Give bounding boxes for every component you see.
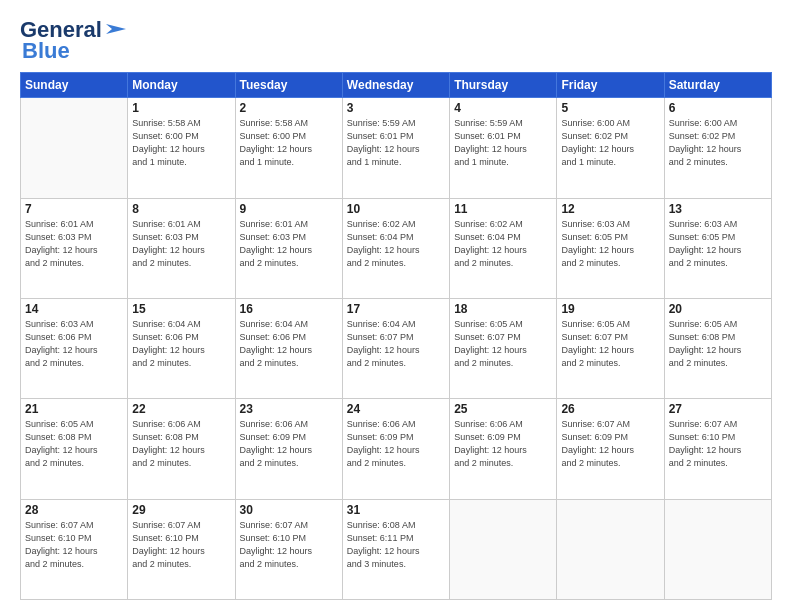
day-info: Sunrise: 6:01 AM Sunset: 6:03 PM Dayligh… [240, 218, 338, 270]
table-row: 19Sunrise: 6:05 AM Sunset: 6:07 PM Dayli… [557, 298, 664, 398]
day-info: Sunrise: 6:06 AM Sunset: 6:09 PM Dayligh… [240, 418, 338, 470]
table-row: 15Sunrise: 6:04 AM Sunset: 6:06 PM Dayli… [128, 298, 235, 398]
table-row [664, 499, 771, 599]
day-info: Sunrise: 6:04 AM Sunset: 6:06 PM Dayligh… [240, 318, 338, 370]
day-info: Sunrise: 6:00 AM Sunset: 6:02 PM Dayligh… [561, 117, 659, 169]
day-number: 10 [347, 202, 445, 216]
day-number: 4 [454, 101, 552, 115]
day-info: Sunrise: 6:04 AM Sunset: 6:07 PM Dayligh… [347, 318, 445, 370]
day-number: 21 [25, 402, 123, 416]
table-row: 1Sunrise: 5:58 AM Sunset: 6:00 PM Daylig… [128, 98, 235, 198]
day-info: Sunrise: 6:07 AM Sunset: 6:10 PM Dayligh… [669, 418, 767, 470]
table-row: 25Sunrise: 6:06 AM Sunset: 6:09 PM Dayli… [450, 399, 557, 499]
day-info: Sunrise: 6:06 AM Sunset: 6:08 PM Dayligh… [132, 418, 230, 470]
table-row: 17Sunrise: 6:04 AM Sunset: 6:07 PM Dayli… [342, 298, 449, 398]
table-row: 22Sunrise: 6:06 AM Sunset: 6:08 PM Dayli… [128, 399, 235, 499]
calendar-week-4: 21Sunrise: 6:05 AM Sunset: 6:08 PM Dayli… [21, 399, 772, 499]
day-info: Sunrise: 6:06 AM Sunset: 6:09 PM Dayligh… [454, 418, 552, 470]
calendar-week-3: 14Sunrise: 6:03 AM Sunset: 6:06 PM Dayli… [21, 298, 772, 398]
table-row: 24Sunrise: 6:06 AM Sunset: 6:09 PM Dayli… [342, 399, 449, 499]
day-info: Sunrise: 6:05 AM Sunset: 6:08 PM Dayligh… [669, 318, 767, 370]
day-number: 23 [240, 402, 338, 416]
day-number: 1 [132, 101, 230, 115]
day-number: 27 [669, 402, 767, 416]
day-info: Sunrise: 6:05 AM Sunset: 6:07 PM Dayligh… [561, 318, 659, 370]
day-number: 24 [347, 402, 445, 416]
day-number: 13 [669, 202, 767, 216]
logo-arrow-icon [104, 18, 126, 40]
day-info: Sunrise: 6:02 AM Sunset: 6:04 PM Dayligh… [347, 218, 445, 270]
weekday-header-friday: Friday [557, 73, 664, 98]
weekday-header-saturday: Saturday [664, 73, 771, 98]
table-row: 30Sunrise: 6:07 AM Sunset: 6:10 PM Dayli… [235, 499, 342, 599]
day-number: 28 [25, 503, 123, 517]
table-row: 8Sunrise: 6:01 AM Sunset: 6:03 PM Daylig… [128, 198, 235, 298]
calendar-week-1: 1Sunrise: 5:58 AM Sunset: 6:00 PM Daylig… [21, 98, 772, 198]
calendar-week-2: 7Sunrise: 6:01 AM Sunset: 6:03 PM Daylig… [21, 198, 772, 298]
day-number: 26 [561, 402, 659, 416]
day-info: Sunrise: 6:04 AM Sunset: 6:06 PM Dayligh… [132, 318, 230, 370]
day-info: Sunrise: 6:00 AM Sunset: 6:02 PM Dayligh… [669, 117, 767, 169]
day-number: 22 [132, 402, 230, 416]
table-row: 29Sunrise: 6:07 AM Sunset: 6:10 PM Dayli… [128, 499, 235, 599]
day-number: 31 [347, 503, 445, 517]
day-number: 12 [561, 202, 659, 216]
calendar-table: SundayMondayTuesdayWednesdayThursdayFrid… [20, 72, 772, 600]
weekday-header-row: SundayMondayTuesdayWednesdayThursdayFrid… [21, 73, 772, 98]
table-row [450, 499, 557, 599]
day-number: 8 [132, 202, 230, 216]
day-info: Sunrise: 6:08 AM Sunset: 6:11 PM Dayligh… [347, 519, 445, 571]
page: General Blue SundayMondayTuesdayWednesda… [0, 0, 792, 612]
weekday-header-sunday: Sunday [21, 73, 128, 98]
day-info: Sunrise: 6:03 AM Sunset: 6:05 PM Dayligh… [669, 218, 767, 270]
svg-marker-0 [106, 24, 126, 34]
day-number: 25 [454, 402, 552, 416]
table-row: 5Sunrise: 6:00 AM Sunset: 6:02 PM Daylig… [557, 98, 664, 198]
day-number: 7 [25, 202, 123, 216]
table-row [21, 98, 128, 198]
table-row: 13Sunrise: 6:03 AM Sunset: 6:05 PM Dayli… [664, 198, 771, 298]
calendar-week-5: 28Sunrise: 6:07 AM Sunset: 6:10 PM Dayli… [21, 499, 772, 599]
day-info: Sunrise: 6:01 AM Sunset: 6:03 PM Dayligh… [132, 218, 230, 270]
day-info: Sunrise: 6:07 AM Sunset: 6:10 PM Dayligh… [240, 519, 338, 571]
day-info: Sunrise: 6:03 AM Sunset: 6:05 PM Dayligh… [561, 218, 659, 270]
table-row: 2Sunrise: 5:58 AM Sunset: 6:00 PM Daylig… [235, 98, 342, 198]
logo: General Blue [20, 18, 126, 64]
table-row: 23Sunrise: 6:06 AM Sunset: 6:09 PM Dayli… [235, 399, 342, 499]
day-info: Sunrise: 6:02 AM Sunset: 6:04 PM Dayligh… [454, 218, 552, 270]
day-info: Sunrise: 6:05 AM Sunset: 6:07 PM Dayligh… [454, 318, 552, 370]
day-number: 3 [347, 101, 445, 115]
day-info: Sunrise: 6:06 AM Sunset: 6:09 PM Dayligh… [347, 418, 445, 470]
day-info: Sunrise: 5:59 AM Sunset: 6:01 PM Dayligh… [454, 117, 552, 169]
day-number: 19 [561, 302, 659, 316]
day-number: 30 [240, 503, 338, 517]
day-number: 5 [561, 101, 659, 115]
day-number: 11 [454, 202, 552, 216]
day-number: 9 [240, 202, 338, 216]
day-info: Sunrise: 5:58 AM Sunset: 6:00 PM Dayligh… [240, 117, 338, 169]
table-row: 20Sunrise: 6:05 AM Sunset: 6:08 PM Dayli… [664, 298, 771, 398]
day-info: Sunrise: 6:07 AM Sunset: 6:10 PM Dayligh… [132, 519, 230, 571]
weekday-header-monday: Monday [128, 73, 235, 98]
day-number: 18 [454, 302, 552, 316]
day-number: 2 [240, 101, 338, 115]
day-info: Sunrise: 6:01 AM Sunset: 6:03 PM Dayligh… [25, 218, 123, 270]
day-number: 15 [132, 302, 230, 316]
table-row: 26Sunrise: 6:07 AM Sunset: 6:09 PM Dayli… [557, 399, 664, 499]
table-row: 6Sunrise: 6:00 AM Sunset: 6:02 PM Daylig… [664, 98, 771, 198]
day-number: 6 [669, 101, 767, 115]
header: General Blue [20, 18, 772, 64]
table-row: 27Sunrise: 6:07 AM Sunset: 6:10 PM Dayli… [664, 399, 771, 499]
table-row: 14Sunrise: 6:03 AM Sunset: 6:06 PM Dayli… [21, 298, 128, 398]
day-info: Sunrise: 6:05 AM Sunset: 6:08 PM Dayligh… [25, 418, 123, 470]
table-row: 18Sunrise: 6:05 AM Sunset: 6:07 PM Dayli… [450, 298, 557, 398]
table-row: 3Sunrise: 5:59 AM Sunset: 6:01 PM Daylig… [342, 98, 449, 198]
day-info: Sunrise: 6:07 AM Sunset: 6:10 PM Dayligh… [25, 519, 123, 571]
table-row: 12Sunrise: 6:03 AM Sunset: 6:05 PM Dayli… [557, 198, 664, 298]
weekday-header-thursday: Thursday [450, 73, 557, 98]
table-row: 4Sunrise: 5:59 AM Sunset: 6:01 PM Daylig… [450, 98, 557, 198]
day-number: 20 [669, 302, 767, 316]
day-info: Sunrise: 5:58 AM Sunset: 6:00 PM Dayligh… [132, 117, 230, 169]
table-row: 16Sunrise: 6:04 AM Sunset: 6:06 PM Dayli… [235, 298, 342, 398]
day-number: 29 [132, 503, 230, 517]
